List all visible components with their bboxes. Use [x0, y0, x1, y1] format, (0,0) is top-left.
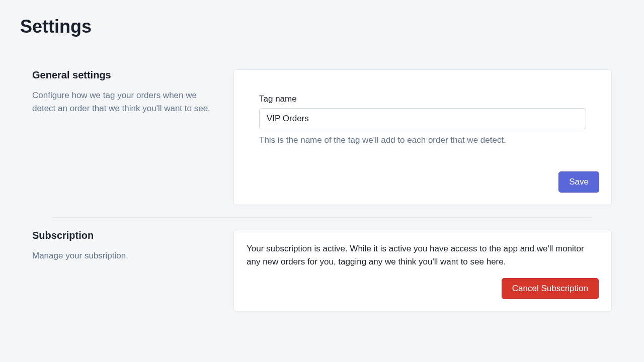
- general-settings-card-footer: Save: [234, 171, 611, 205]
- subscription-aside: Subscription Manage your subsription.: [32, 230, 213, 312]
- settings-page: Settings General settings Configure how …: [0, 0, 644, 340]
- general-settings-section: General settings Configure how we tag yo…: [20, 57, 624, 217]
- subscription-description: Manage your subsription.: [32, 249, 213, 262]
- subscription-section: Subscription Manage your subsription. Yo…: [20, 218, 624, 324]
- general-settings-description: Configure how we tag your orders when we…: [32, 89, 213, 115]
- save-button[interactable]: Save: [558, 171, 599, 193]
- general-settings-aside: General settings Configure how we tag yo…: [32, 69, 213, 205]
- tag-name-help: This is the name of the tag we'll add to…: [259, 135, 586, 145]
- general-settings-heading: General settings: [32, 69, 213, 81]
- subscription-status-text: Your subscription is active. While it is…: [247, 242, 599, 268]
- cancel-subscription-button[interactable]: Cancel Subscription: [502, 278, 599, 299]
- general-settings-card-body: Tag name This is the name of the tag we'…: [234, 70, 611, 157]
- general-settings-card: Tag name This is the name of the tag we'…: [233, 69, 612, 205]
- tag-name-input[interactable]: [259, 108, 586, 129]
- subscription-card: Your subscription is active. While it is…: [233, 230, 612, 312]
- page-title: Settings: [20, 16, 624, 37]
- subscription-card-footer: Cancel Subscription: [247, 278, 599, 299]
- subscription-card-body: Your subscription is active. While it is…: [234, 230, 611, 311]
- tag-name-label: Tag name: [259, 94, 586, 104]
- subscription-heading: Subscription: [32, 230, 213, 241]
